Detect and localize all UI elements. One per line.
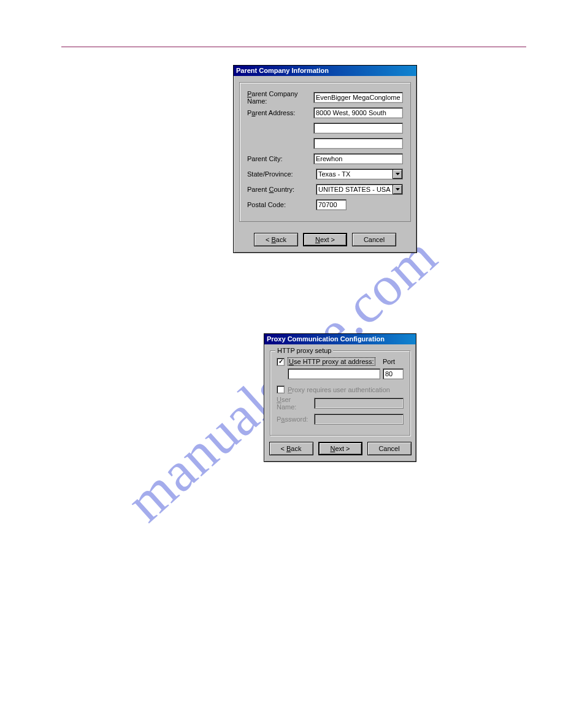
svg-marker-0 — [396, 173, 400, 175]
username-input — [314, 398, 404, 409]
address1-input[interactable] — [313, 107, 403, 118]
use-proxy-checkbox[interactable] — [277, 358, 285, 366]
use-proxy-label[interactable]: Use HTTP proxy at address: — [288, 357, 375, 366]
state-select[interactable]: Texas - TX — [316, 169, 403, 180]
next-button[interactable]: Next > — [303, 233, 347, 246]
address2-input[interactable] — [313, 123, 403, 134]
button-row: < Back Next > Cancel — [264, 436, 416, 461]
dropdown-icon — [393, 169, 402, 179]
company-name-input[interactable] — [313, 92, 403, 103]
proxy-address-input[interactable] — [288, 368, 380, 379]
group-title: HTTP proxy setup — [275, 347, 333, 354]
form-panel: Parent Company Name: Parent Address: Par… — [239, 82, 411, 222]
password-input — [314, 414, 404, 425]
port-label: Port — [383, 358, 404, 365]
back-button[interactable]: < Back — [269, 442, 313, 455]
auth-required-checkbox[interactable] — [277, 385, 285, 393]
header-rule — [61, 47, 526, 47]
next-button[interactable]: Next > — [318, 442, 362, 455]
proxy-port-input[interactable] — [383, 368, 404, 379]
dialog-title: Proxy Communication Configuration — [264, 334, 416, 344]
state-value: Texas - TX — [318, 170, 350, 178]
auth-required-label[interactable]: Proxy requires user authentication — [288, 386, 390, 393]
back-button[interactable]: < Back — [254, 233, 298, 246]
cancel-button[interactable]: Cancel — [367, 442, 412, 455]
city-label: Parent City: — [247, 155, 313, 162]
address3-input[interactable] — [313, 138, 403, 149]
proxy-config-dialog: Proxy Communication Configuration HTTP p… — [264, 333, 416, 462]
postal-input[interactable] — [316, 199, 347, 210]
dialog-title: Parent Company Information — [234, 66, 416, 76]
company-name-label: Parent Company Name: — [247, 90, 313, 105]
country-value: UNITED STATES - USA — [318, 186, 391, 193]
http-proxy-group: HTTP proxy setup Use HTTP proxy at addre… — [270, 351, 410, 436]
country-select[interactable]: UNITED STATES - USA — [316, 184, 403, 195]
country-label: Parent Country: — [247, 186, 316, 193]
state-label: State/Province: — [247, 170, 316, 178]
postal-label: Postal Code: — [247, 201, 316, 208]
username-label: User Name: — [277, 396, 310, 411]
password-label: Password: — [277, 415, 310, 423]
button-row: < Back Next > Cancel — [234, 227, 416, 252]
parent-company-dialog: Parent Company Information Parent Compan… — [233, 65, 417, 253]
city-input[interactable] — [313, 153, 403, 164]
address-label: Parent Address: — [247, 109, 313, 116]
cancel-button[interactable]: Cancel — [352, 233, 396, 246]
dropdown-icon — [393, 184, 402, 194]
svg-marker-1 — [396, 188, 400, 191]
